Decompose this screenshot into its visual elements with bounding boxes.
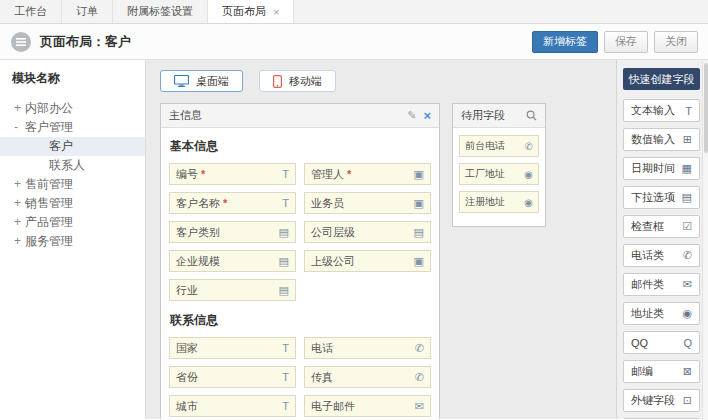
layout-field[interactable]: 业务员 ▣ xyxy=(304,192,431,214)
top-tab[interactable]: 页面布局 × xyxy=(208,0,294,23)
layout-field[interactable]: 传真 ✆ xyxy=(304,366,431,388)
field-type-button[interactable]: 外键字段 ⊡ xyxy=(623,389,700,412)
field-type-button-icon: T xyxy=(685,105,692,117)
edit-pencil-icon[interactable]: ✎ xyxy=(407,109,416,122)
field-type-button[interactable]: 文本输入 T xyxy=(623,99,700,122)
standby-header-icons xyxy=(526,110,537,121)
field-label: 传真 xyxy=(311,370,333,385)
tree-expand-icon[interactable]: + xyxy=(14,232,25,251)
section-title-basic: 基本信息 xyxy=(170,138,431,155)
field-type-button[interactable]: 电话类 ✆ xyxy=(623,244,700,267)
field-label: 编号 xyxy=(176,167,198,182)
field-type-button-icon: ⊠ xyxy=(683,365,692,378)
field-type-button-label: 邮编 xyxy=(631,364,653,379)
layout-field[interactable]: 客户名称 * T xyxy=(169,192,296,214)
standby-panel-header: 待用字段 xyxy=(453,104,545,128)
tree-expand-icon[interactable]: - xyxy=(14,118,25,137)
page-title: 页面布局：客户 xyxy=(40,33,131,51)
field-type-button[interactable]: 数值输入 ⊞ xyxy=(623,128,700,151)
sidebar-tree-item[interactable]: +内部办公 xyxy=(0,99,145,118)
quick-create-header-button[interactable]: 快速创建字段 xyxy=(623,68,700,90)
field-type-icon: T xyxy=(282,371,289,383)
standby-field[interactable]: 工厂地址 ◉ xyxy=(459,163,539,185)
scrollbar-thumb[interactable] xyxy=(704,63,708,153)
top-tab[interactable]: 工作台 xyxy=(0,0,62,23)
top-tabbar: 工作台 订单 附属标签设置 页面布局 × xyxy=(0,0,708,24)
required-asterisk: * xyxy=(223,197,227,209)
tree-expand-icon[interactable]: + xyxy=(14,175,25,194)
tree-expand-icon[interactable]: + xyxy=(14,213,25,232)
field-type-button-icon: ⊞ xyxy=(683,133,692,146)
field-type-icon: ✉ xyxy=(415,400,424,413)
field-label: 国家 xyxy=(176,341,198,356)
standby-field[interactable]: 前台电话 ✆ xyxy=(459,135,539,157)
field-type-button[interactable]: 换算字段 ⇄ xyxy=(623,418,700,419)
standby-field-label: 注册地址 xyxy=(465,195,505,209)
field-type-icon: ✆ xyxy=(415,342,424,355)
tab-label: 页面布局 xyxy=(222,4,266,19)
layout-field[interactable]: 省份 T xyxy=(169,366,296,388)
search-icon[interactable] xyxy=(526,110,537,121)
field-type-button-label: 文本输入 xyxy=(631,103,675,118)
panel-close-icon[interactable]: × xyxy=(423,108,431,123)
sidebar-tree-item[interactable]: -客户管理 xyxy=(0,118,145,137)
layout-field[interactable]: 编号 * T xyxy=(169,163,296,185)
top-tab[interactable]: 订单 xyxy=(62,0,113,23)
field-label: 公司层级 xyxy=(311,225,355,240)
sidebar-tree-item[interactable]: 客户 xyxy=(0,137,145,156)
device-toggle: 桌面端 移动端 xyxy=(160,70,604,92)
layout-field[interactable]: 电话 ✆ xyxy=(304,337,431,359)
tree-expand-icon[interactable]: + xyxy=(14,99,25,118)
field-type-button[interactable]: QQ Q xyxy=(623,331,700,354)
layout-field[interactable]: 国家 T xyxy=(169,337,296,359)
field-type-button[interactable]: 地址类 ◉ xyxy=(623,302,700,325)
smartphone-icon xyxy=(273,75,282,88)
vertical-scrollbar[interactable] xyxy=(702,61,708,420)
main-info-title: 主信息 xyxy=(169,108,202,123)
field-type-button[interactable]: 邮编 ⊠ xyxy=(623,360,700,383)
standby-field-type-icon: ◉ xyxy=(524,169,533,180)
sidebar-tree-item[interactable]: +服务管理 xyxy=(0,232,145,251)
required-asterisk: * xyxy=(347,168,351,180)
field-label: 省份 xyxy=(176,370,198,385)
top-tab[interactable]: 附属标签设置 xyxy=(113,0,208,23)
layout-field[interactable]: 城市 T xyxy=(169,395,296,417)
standby-field[interactable]: 注册地址 ◉ xyxy=(459,191,539,213)
sidebar-tree-item[interactable]: +售前管理 xyxy=(0,175,145,194)
tree-expand-icon[interactable]: + xyxy=(14,194,25,213)
field-type-button-icon: ✉ xyxy=(683,278,692,291)
save-button[interactable]: 保存 xyxy=(604,31,648,53)
add-tag-button[interactable]: 新增标签 xyxy=(532,31,598,53)
mobile-toggle-button[interactable]: 移动端 xyxy=(259,70,336,92)
field-type-button-label: 电话类 xyxy=(631,248,664,263)
close-button[interactable]: 关闭 xyxy=(654,31,698,53)
sidebar-tree-item[interactable]: +产品管理 xyxy=(0,213,145,232)
field-type-button-icon: ▤ xyxy=(682,191,692,204)
tab-close-icon[interactable]: × xyxy=(273,6,279,18)
desktop-toggle-button[interactable]: 桌面端 xyxy=(160,70,243,92)
tree-item-label: 联系人 xyxy=(49,158,85,172)
field-type-button[interactable]: 邮件类 ✉ xyxy=(623,273,700,296)
tab-label: 订单 xyxy=(76,4,98,19)
standby-panel-title: 待用字段 xyxy=(461,108,505,123)
field-type-button-icon: ▦ xyxy=(682,162,692,175)
field-type-button[interactable]: 下拉选项 ▤ xyxy=(623,186,700,209)
field-type-button[interactable]: 检查框 ☑ xyxy=(623,215,700,238)
field-type-button[interactable]: 日期时间 ▦ xyxy=(623,157,700,180)
header-buttons: 新增标签 保存 关闭 xyxy=(532,31,698,53)
field-type-icon: T xyxy=(282,168,289,180)
layout-field[interactable]: 管理人 * ▣ xyxy=(304,163,431,185)
layout-field[interactable]: 客户类别 ▤ xyxy=(169,221,296,243)
layout-field[interactable]: 行业 ▤ xyxy=(169,279,296,301)
tree-item-label: 销售管理 xyxy=(25,196,73,210)
sidebar-tree-item[interactable]: +销售管理 xyxy=(0,194,145,213)
layout-field[interactable]: 电子邮件 ✉ xyxy=(304,395,431,417)
layout-field[interactable]: 公司层级 ▤ xyxy=(304,221,431,243)
layout-field[interactable]: 企业规模 ▤ xyxy=(169,250,296,272)
section-title-contact: 联系信息 xyxy=(170,312,431,329)
field-type-icon: ▣ xyxy=(414,168,424,181)
field-type-button-label: 数值输入 xyxy=(631,132,675,147)
sidebar-tree-item[interactable]: 联系人 xyxy=(0,156,145,175)
layout-field[interactable]: 上级公司 ▣ xyxy=(304,250,431,272)
field-type-icon: ✆ xyxy=(415,371,424,384)
